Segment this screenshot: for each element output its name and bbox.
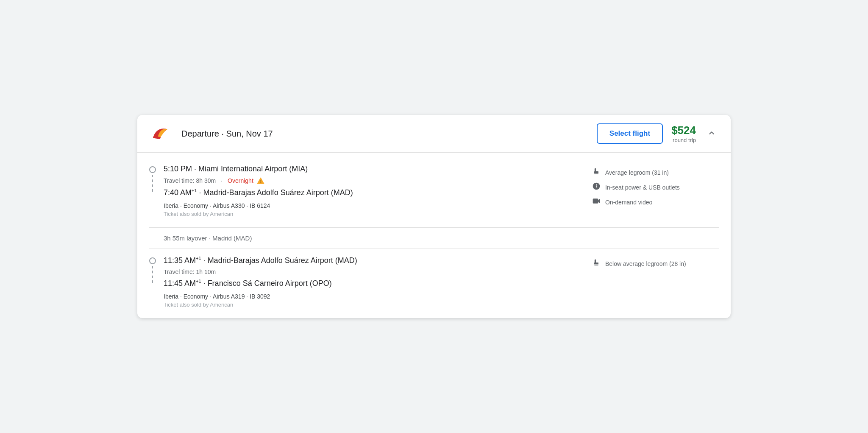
header-right: Select flight $524 round trip [597,123,719,144]
warning-icon: ! [257,177,264,184]
seat-icon-2 [592,258,601,269]
seat-icon [592,167,601,178]
header-title: Departure · Sun, Nov 17 [181,129,597,139]
stop-indicator-departure-2 [149,256,156,285]
select-flight-button[interactable]: Select flight [597,123,663,144]
flight-info-1: Iberia · Economy · Airbus A330 · IB 6124 [164,202,575,209]
collapse-button[interactable] [704,126,719,142]
amenity-power-1-label: In-seat power & USB outlets [605,184,680,191]
overnight-label: Overnight [228,177,253,184]
price-amount: $524 [671,124,696,137]
segment-2-amenities: Below average legroom (28 in) [575,256,719,310]
price-label: round trip [671,137,696,143]
airline-logo [149,123,171,145]
flight-card: Departure · Sun, Nov 17 Select flight $5… [137,115,731,318]
amenity-legroom-2-label: Below average legroom (28 in) [605,260,686,267]
departure-row: 5:10 PM · Miami International Airport (M… [149,165,575,217]
ticket-note-2: Ticket also sold by American [164,302,575,308]
departure-row-2: 11:35 AM+1 · Madrid-Barajas Adolfo Suáre… [149,256,575,308]
segment-1-amenities: Average legroom (31 in) In-seat power & … [575,165,719,219]
video-icon [592,197,601,207]
flight-info-2: Iberia · Economy · Airbus A319 · IB 3092 [164,293,575,300]
svg-text:!: ! [260,179,262,184]
departure-time-1: 5:10 PM · Miami International Airport (M… [164,165,575,173]
arrival-time-1: 7:40 AM+1 · Madrid-Barajas Adolfo Suárez… [164,188,575,197]
amenity-power-1: In-seat power & USB outlets [592,182,719,193]
svg-rect-2 [593,198,598,204]
departure-circle-2 [149,257,156,264]
flight-segment-1: 5:10 PM · Miami International Airport (M… [137,153,731,227]
flight-segment-2: 11:35 AM+1 · Madrid-Barajas Adolfo Suáre… [137,249,731,318]
card-header: Departure · Sun, Nov 17 Select flight $5… [137,115,731,153]
dashed-line-1 [152,175,153,192]
amenity-legroom-2: Below average legroom (28 in) [592,258,719,269]
travel-time-row-2: Travel time: 1h 10m [164,268,575,275]
amenity-video-1: On-demand video [592,197,719,207]
ticket-note-1: Ticket also sold by American [164,211,575,217]
amenity-video-1-label: On-demand video [605,199,652,206]
stop-times-2: 11:35 AM+1 · Madrid-Barajas Adolfo Suáre… [164,256,575,308]
power-icon [592,182,601,193]
departure-circle [149,166,156,173]
segment-2-left: 11:35 AM+1 · Madrid-Barajas Adolfo Suáre… [149,256,575,310]
travel-time-row-1: Travel time: 8h 30m · Overnight ! [164,177,575,184]
amenity-legroom-1: Average legroom (31 in) [592,167,719,178]
departure-time-2: 11:35 AM+1 · Madrid-Barajas Adolfo Suáre… [164,256,575,265]
stop-indicator-departure [149,165,156,193]
dashed-line-2 [152,266,153,283]
arrival-time-2: 11:45 AM+1 · Francisco Sá Carneiro Airpo… [164,279,575,288]
layover-row: 3h 55m layover · Madrid (MAD) [137,228,731,249]
svg-rect-3 [594,265,598,265]
amenity-legroom-1-label: Average legroom (31 in) [605,169,669,176]
stop-times-1: 5:10 PM · Miami International Airport (M… [164,165,575,217]
segment-1-left: 5:10 PM · Miami International Airport (M… [149,165,575,219]
svg-rect-1 [594,173,598,174]
price-block: $524 round trip [671,124,696,143]
card-body: 5:10 PM · Miami International Airport (M… [137,153,731,318]
